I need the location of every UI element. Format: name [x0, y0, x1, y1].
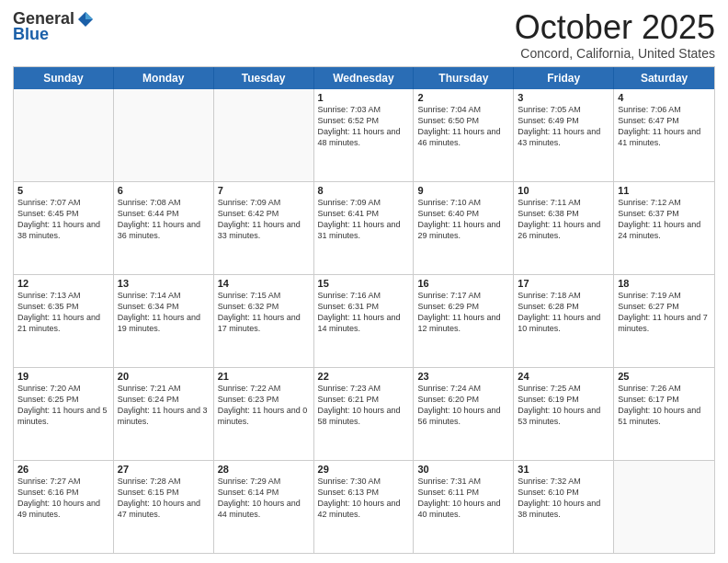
day-number: 25 — [618, 371, 711, 382]
day-number: 18 — [618, 278, 711, 289]
calendar-cell: 29Sunrise: 7:30 AM Sunset: 6:13 PM Dayli… — [314, 461, 415, 553]
calendar-cell — [214, 89, 314, 181]
location: Concord, California, United States — [515, 46, 715, 61]
calendar-row: 5Sunrise: 7:07 AM Sunset: 6:45 PM Daylig… — [14, 182, 714, 275]
day-number: 16 — [417, 278, 509, 289]
day-number: 12 — [17, 278, 109, 289]
calendar-cell: 19Sunrise: 7:20 AM Sunset: 6:25 PM Dayli… — [14, 368, 114, 460]
day-number: 27 — [118, 464, 210, 475]
calendar-cell: 27Sunrise: 7:28 AM Sunset: 6:15 PM Dayli… — [114, 461, 214, 553]
day-info: Sunrise: 7:17 AM Sunset: 6:29 PM Dayligh… — [417, 290, 509, 335]
header: General Blue October 2025 Concord, Calif… — [13, 9, 715, 61]
day-info: Sunrise: 7:05 AM Sunset: 6:49 PM Dayligh… — [518, 104, 609, 149]
day-number: 21 — [218, 371, 310, 382]
page: General Blue October 2025 Concord, Calif… — [0, 0, 728, 563]
day-number: 6 — [118, 185, 210, 196]
title-block: October 2025 Concord, California, United… — [515, 9, 715, 61]
day-number: 24 — [518, 371, 609, 382]
calendar-header-cell: Tuesday — [214, 67, 314, 89]
day-info: Sunrise: 7:06 AM Sunset: 6:47 PM Dayligh… — [618, 104, 711, 149]
day-number: 1 — [318, 92, 410, 103]
calendar-cell: 10Sunrise: 7:11 AM Sunset: 6:38 PM Dayli… — [514, 182, 614, 274]
day-number: 3 — [518, 92, 609, 103]
calendar-cell: 15Sunrise: 7:16 AM Sunset: 6:31 PM Dayli… — [314, 275, 415, 367]
day-number: 5 — [17, 185, 109, 196]
day-info: Sunrise: 7:09 AM Sunset: 6:42 PM Dayligh… — [218, 197, 310, 242]
day-number: 17 — [518, 278, 609, 289]
calendar-cell: 16Sunrise: 7:17 AM Sunset: 6:29 PM Dayli… — [414, 275, 514, 367]
calendar-cell: 2Sunrise: 7:04 AM Sunset: 6:50 PM Daylig… — [414, 89, 514, 181]
calendar-header-cell: Friday — [514, 67, 614, 89]
calendar-cell: 24Sunrise: 7:25 AM Sunset: 6:19 PM Dayli… — [514, 368, 614, 460]
calendar-header: SundayMondayTuesdayWednesdayThursdayFrid… — [14, 67, 714, 89]
day-info: Sunrise: 7:16 AM Sunset: 6:31 PM Dayligh… — [318, 290, 410, 335]
calendar-row: 19Sunrise: 7:20 AM Sunset: 6:25 PM Dayli… — [14, 368, 714, 461]
day-number: 19 — [17, 371, 109, 382]
day-info: Sunrise: 7:28 AM Sunset: 6:15 PM Dayligh… — [118, 476, 210, 521]
day-info: Sunrise: 7:23 AM Sunset: 6:21 PM Dayligh… — [318, 383, 410, 428]
calendar-cell: 20Sunrise: 7:21 AM Sunset: 6:24 PM Dayli… — [114, 368, 214, 460]
day-info: Sunrise: 7:10 AM Sunset: 6:40 PM Dayligh… — [417, 197, 509, 242]
logo-blue-text: Blue — [13, 25, 49, 44]
calendar: SundayMondayTuesdayWednesdayThursdayFrid… — [13, 66, 715, 554]
day-info: Sunrise: 7:29 AM Sunset: 6:14 PM Dayligh… — [218, 476, 310, 521]
calendar-header-cell: Saturday — [614, 67, 714, 89]
calendar-cell: 28Sunrise: 7:29 AM Sunset: 6:14 PM Dayli… — [214, 461, 314, 553]
svg-marker-1 — [85, 12, 93, 19]
day-number: 10 — [518, 185, 609, 196]
calendar-cell: 21Sunrise: 7:22 AM Sunset: 6:23 PM Dayli… — [214, 368, 314, 460]
day-info: Sunrise: 7:13 AM Sunset: 6:35 PM Dayligh… — [17, 290, 109, 335]
calendar-cell: 14Sunrise: 7:15 AM Sunset: 6:32 PM Dayli… — [214, 275, 314, 367]
day-info: Sunrise: 7:04 AM Sunset: 6:50 PM Dayligh… — [417, 104, 509, 149]
calendar-header-cell: Thursday — [414, 67, 514, 89]
day-info: Sunrise: 7:32 AM Sunset: 6:10 PM Dayligh… — [518, 476, 609, 521]
day-info: Sunrise: 7:31 AM Sunset: 6:11 PM Dayligh… — [417, 476, 509, 521]
day-info: Sunrise: 7:15 AM Sunset: 6:32 PM Dayligh… — [218, 290, 310, 335]
calendar-cell: 1Sunrise: 7:03 AM Sunset: 6:52 PM Daylig… — [314, 89, 415, 181]
calendar-cell: 9Sunrise: 7:10 AM Sunset: 6:40 PM Daylig… — [414, 182, 514, 274]
calendar-row: 1Sunrise: 7:03 AM Sunset: 6:52 PM Daylig… — [14, 89, 714, 182]
day-info: Sunrise: 7:21 AM Sunset: 6:24 PM Dayligh… — [118, 383, 210, 428]
calendar-header-cell: Wednesday — [314, 67, 415, 89]
day-info: Sunrise: 7:03 AM Sunset: 6:52 PM Dayligh… — [318, 104, 410, 149]
calendar-cell — [114, 89, 214, 181]
day-info: Sunrise: 7:24 AM Sunset: 6:20 PM Dayligh… — [417, 383, 509, 428]
calendar-body: 1Sunrise: 7:03 AM Sunset: 6:52 PM Daylig… — [14, 89, 714, 553]
calendar-header-cell: Sunday — [14, 67, 114, 89]
calendar-cell: 17Sunrise: 7:18 AM Sunset: 6:28 PM Dayli… — [514, 275, 614, 367]
calendar-cell: 26Sunrise: 7:27 AM Sunset: 6:16 PM Dayli… — [14, 461, 114, 553]
day-info: Sunrise: 7:08 AM Sunset: 6:44 PM Dayligh… — [118, 197, 210, 242]
calendar-cell: 30Sunrise: 7:31 AM Sunset: 6:11 PM Dayli… — [414, 461, 514, 553]
day-info: Sunrise: 7:11 AM Sunset: 6:38 PM Dayligh… — [518, 197, 609, 242]
calendar-cell: 25Sunrise: 7:26 AM Sunset: 6:17 PM Dayli… — [614, 368, 714, 460]
calendar-cell: 8Sunrise: 7:09 AM Sunset: 6:41 PM Daylig… — [314, 182, 415, 274]
calendar-cell — [14, 89, 114, 181]
day-number: 2 — [417, 92, 509, 103]
logo: General Blue — [13, 9, 95, 44]
day-number: 9 — [417, 185, 509, 196]
calendar-header-cell: Monday — [114, 67, 214, 89]
day-info: Sunrise: 7:19 AM Sunset: 6:27 PM Dayligh… — [618, 290, 711, 335]
day-info: Sunrise: 7:07 AM Sunset: 6:45 PM Dayligh… — [17, 197, 109, 242]
day-number: 8 — [318, 185, 410, 196]
calendar-cell: 22Sunrise: 7:23 AM Sunset: 6:21 PM Dayli… — [314, 368, 415, 460]
day-number: 30 — [417, 464, 509, 475]
calendar-cell — [614, 461, 714, 553]
day-number: 4 — [618, 92, 711, 103]
month-title: October 2025 — [515, 9, 715, 46]
logo-icon — [76, 10, 95, 29]
calendar-cell: 13Sunrise: 7:14 AM Sunset: 6:34 PM Dayli… — [114, 275, 214, 367]
calendar-row: 26Sunrise: 7:27 AM Sunset: 6:16 PM Dayli… — [14, 461, 714, 553]
day-info: Sunrise: 7:14 AM Sunset: 6:34 PM Dayligh… — [118, 290, 210, 335]
calendar-cell: 4Sunrise: 7:06 AM Sunset: 6:47 PM Daylig… — [614, 89, 714, 181]
day-number: 7 — [218, 185, 310, 196]
day-number: 31 — [518, 464, 609, 475]
calendar-cell: 31Sunrise: 7:32 AM Sunset: 6:10 PM Dayli… — [514, 461, 614, 553]
day-info: Sunrise: 7:30 AM Sunset: 6:13 PM Dayligh… — [318, 476, 410, 521]
calendar-row: 12Sunrise: 7:13 AM Sunset: 6:35 PM Dayli… — [14, 275, 714, 368]
day-info: Sunrise: 7:25 AM Sunset: 6:19 PM Dayligh… — [518, 383, 609, 428]
day-info: Sunrise: 7:22 AM Sunset: 6:23 PM Dayligh… — [218, 383, 310, 428]
day-number: 14 — [218, 278, 310, 289]
calendar-cell: 6Sunrise: 7:08 AM Sunset: 6:44 PM Daylig… — [114, 182, 214, 274]
day-number: 26 — [17, 464, 109, 475]
